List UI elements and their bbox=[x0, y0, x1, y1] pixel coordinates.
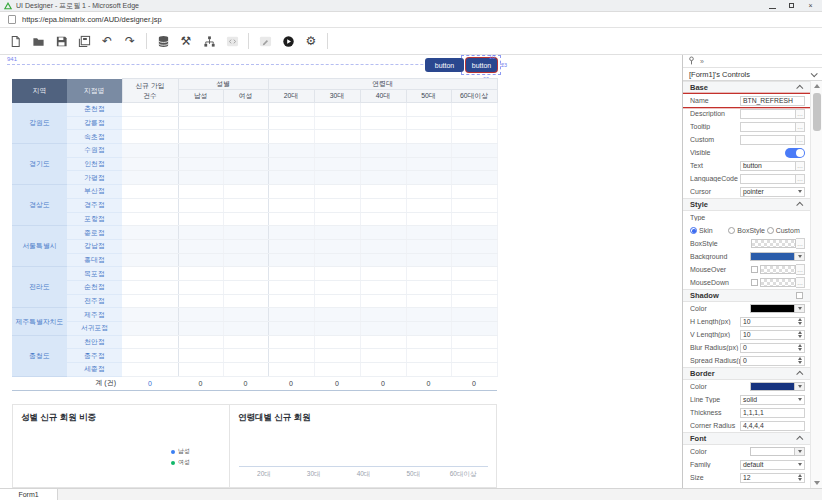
data-cell bbox=[268, 103, 314, 117]
prop-input-description[interactable] bbox=[740, 109, 796, 119]
section-header-base[interactable]: Base bbox=[683, 81, 810, 94]
edit-icon bbox=[258, 34, 272, 48]
ellipsis-button[interactable]: … bbox=[796, 122, 805, 132]
radio-skin[interactable]: Skin bbox=[690, 227, 728, 234]
controls-header[interactable]: [Form1]'s Controls bbox=[683, 68, 822, 81]
visible-toggle[interactable] bbox=[785, 148, 805, 158]
store-cell: 가평점 bbox=[67, 171, 122, 185]
color-dropdown-button[interactable] bbox=[795, 447, 805, 456]
prop-row-thickness: Thickness1,1,1,1 bbox=[683, 406, 810, 419]
prop-input-custom[interactable] bbox=[740, 135, 796, 145]
ellipsis-button[interactable]: … bbox=[796, 174, 805, 184]
data-cell bbox=[268, 267, 314, 281]
section-header-style[interactable]: Style bbox=[683, 198, 810, 211]
data-cell bbox=[451, 322, 497, 336]
prop-input-languagecode[interactable] bbox=[740, 174, 796, 184]
sitemap-icon[interactable] bbox=[202, 34, 216, 48]
col-header-ageband: 40대 bbox=[360, 90, 406, 103]
table-row: 포항점 bbox=[12, 212, 497, 226]
scroll-up-icon[interactable] bbox=[811, 81, 822, 91]
canvas-button-widget[interactable]: button bbox=[425, 58, 464, 72]
data-cell bbox=[122, 226, 178, 240]
data-cell bbox=[406, 198, 451, 212]
enable-checkbox[interactable] bbox=[751, 266, 758, 273]
ellipsis-button[interactable]: … bbox=[796, 264, 805, 275]
color-swatch-color[interactable] bbox=[750, 447, 795, 456]
data-cell bbox=[122, 103, 178, 117]
prop-spinner-spread-radius-px[interactable]: 0 bbox=[740, 356, 805, 366]
collapse-panel-icon[interactable]: » bbox=[700, 58, 704, 65]
page-info-icon[interactable] bbox=[8, 15, 16, 24]
style-swatch-mousedown[interactable] bbox=[760, 278, 796, 287]
scrollbar-thumb[interactable] bbox=[813, 93, 821, 131]
canvas-button-widget-selected[interactable]: button bbox=[466, 58, 497, 72]
shadow-enable-checkbox[interactable] bbox=[796, 292, 803, 299]
total-value: 0 bbox=[314, 376, 360, 390]
section-header-shadow[interactable]: Shadow bbox=[683, 289, 810, 302]
ellipsis-button[interactable]: … bbox=[796, 135, 805, 145]
build-tools-icon[interactable]: ⚒ bbox=[179, 34, 193, 48]
prop-spinner-size[interactable]: 12 bbox=[740, 473, 805, 483]
style-swatch-boxstyle[interactable] bbox=[751, 239, 796, 248]
ellipsis-button[interactable]: … bbox=[796, 109, 805, 119]
prop-spinner-v-length-px[interactable]: 10 bbox=[740, 330, 805, 340]
color-dropdown-button[interactable] bbox=[795, 304, 805, 313]
radio-boxstyle[interactable]: BoxStyle bbox=[728, 227, 766, 234]
undo-icon[interactable]: ↶ bbox=[100, 34, 114, 48]
prop-input-tooltip[interactable] bbox=[740, 122, 796, 132]
prop-input-thickness[interactable]: 1,1,1,1 bbox=[740, 408, 805, 418]
ellipsis-button[interactable]: … bbox=[796, 161, 805, 171]
settings-icon[interactable]: ⚙ bbox=[304, 34, 318, 48]
region-cell: 충청도 bbox=[12, 335, 67, 376]
prop-spinner-blur-radius-px[interactable]: 0 bbox=[740, 343, 805, 353]
data-cell bbox=[451, 239, 497, 253]
col-header-ageband: 20대 bbox=[268, 90, 314, 103]
save-all-icon[interactable] bbox=[77, 34, 91, 48]
prop-select-line-type[interactable]: solid bbox=[740, 395, 805, 405]
store-cell: 인천점 bbox=[67, 157, 122, 171]
dataset-icon[interactable] bbox=[156, 34, 170, 48]
prop-select-cursor[interactable]: pointer bbox=[740, 187, 805, 197]
minimize-button[interactable] bbox=[769, 2, 776, 9]
ellipsis-button[interactable]: … bbox=[796, 277, 805, 288]
data-cell bbox=[178, 349, 223, 363]
close-button[interactable]: × bbox=[807, 2, 814, 9]
color-swatch-background[interactable] bbox=[750, 252, 795, 261]
color-swatch-color[interactable] bbox=[750, 304, 795, 313]
enable-checkbox[interactable] bbox=[751, 279, 758, 286]
new-file-icon[interactable] bbox=[8, 34, 22, 48]
table-row: 가평점 bbox=[12, 171, 497, 185]
color-swatch-color[interactable] bbox=[750, 382, 795, 391]
chart-divider bbox=[229, 405, 230, 487]
prop-row-description: Description… bbox=[683, 107, 810, 120]
pin-icon[interactable] bbox=[688, 56, 695, 66]
form-tab-form1[interactable]: Form1 bbox=[0, 489, 58, 500]
run-icon[interactable] bbox=[281, 34, 295, 48]
section-header-border[interactable]: Border bbox=[683, 367, 810, 380]
data-cell bbox=[268, 363, 314, 377]
prop-input-corner-radius[interactable]: 4,4,4,4 bbox=[740, 421, 805, 431]
radio-custom[interactable]: Custom bbox=[767, 227, 805, 234]
restore-button[interactable] bbox=[789, 3, 794, 8]
design-canvas[interactable]: 941 button button 10 23 60 지역지점명신규 가입건수성… bbox=[0, 55, 682, 488]
scroll-down-icon[interactable] bbox=[811, 478, 822, 488]
prop-spinner-h-length-px[interactable]: 10 bbox=[740, 317, 805, 327]
ellipsis-button[interactable]: … bbox=[796, 238, 805, 249]
open-file-icon[interactable] bbox=[31, 34, 45, 48]
bar-chart-ticks: 20대30대40대50대60대이상 bbox=[239, 470, 488, 479]
style-swatch-mouseover[interactable] bbox=[760, 265, 796, 274]
prop-input-text[interactable]: button bbox=[740, 161, 796, 171]
data-cell bbox=[451, 157, 497, 171]
data-cell bbox=[178, 103, 223, 117]
color-dropdown-button[interactable] bbox=[795, 252, 805, 261]
panel-scrollbar[interactable] bbox=[810, 81, 822, 488]
address-bar[interactable]: https://epa.bimatrix.com/AUD/designer.js… bbox=[0, 12, 822, 28]
redo-icon[interactable]: ↷ bbox=[123, 34, 137, 48]
prop-input-name[interactable]: BTN_REFRESH bbox=[740, 96, 805, 106]
data-cell bbox=[406, 335, 451, 349]
data-cell bbox=[223, 144, 268, 158]
prop-select-family[interactable]: default bbox=[740, 460, 805, 470]
save-icon[interactable] bbox=[54, 34, 68, 48]
section-header-font[interactable]: Font bbox=[683, 432, 810, 445]
color-dropdown-button[interactable] bbox=[795, 382, 805, 391]
